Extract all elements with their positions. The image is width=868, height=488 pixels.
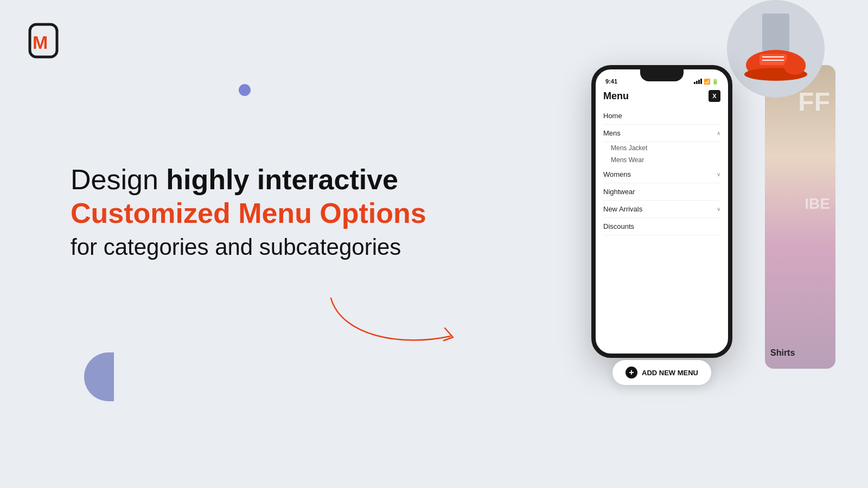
- menu-item-mens-wear-label: Mens Wear: [611, 156, 644, 164]
- svg-rect-2: [762, 14, 789, 52]
- add-new-menu-button[interactable]: + ADD NEW MENU: [612, 360, 711, 385]
- phone-notch: [640, 69, 684, 81]
- status-icons: 📶 🔋: [694, 79, 718, 85]
- sneaker-circle: [727, 0, 825, 98]
- menu-item-nightwear-label: Nightwear: [603, 188, 635, 196]
- status-time: 9:41: [605, 78, 617, 85]
- logo: M: [27, 22, 60, 54]
- hero-line1-normal: Design: [71, 164, 166, 195]
- menu-item-home[interactable]: Home: [603, 107, 720, 125]
- battery-icon: 🔋: [712, 79, 718, 85]
- menu-header: Menu X: [603, 90, 720, 102]
- decorative-half-circle: [84, 352, 114, 401]
- chevron-up-icon: ∧: [717, 130, 720, 136]
- menu-item-discounts[interactable]: Discounts: [603, 218, 720, 235]
- menu-item-mens-jacket[interactable]: Mens Jacket: [603, 142, 720, 154]
- menu-item-mens[interactable]: Mens ∧: [603, 125, 720, 142]
- menu-item-womens-label: Womens: [603, 170, 631, 178]
- menu-item-nightwear[interactable]: Nightwear: [603, 183, 720, 201]
- svg-text:M: M: [33, 32, 48, 53]
- add-new-menu-label: ADD NEW MENU: [642, 369, 698, 377]
- phone-frame: 9:41 📶 🔋 Menu X H: [591, 65, 732, 358]
- menu-close-button[interactable]: X: [709, 90, 720, 102]
- menu-item-womens[interactable]: Womens ∨: [603, 166, 720, 183]
- signal-icon: [694, 79, 702, 84]
- menu-item-new-arrivals[interactable]: New Arrivals ∨: [603, 201, 720, 218]
- menu-title: Menu: [603, 91, 629, 102]
- menu-item-mens-wear[interactable]: Mens Wear: [603, 154, 720, 166]
- hero-line3: for categories and subcategories: [71, 233, 426, 262]
- right-decorative-strip: FF IBE Shirts: [765, 65, 835, 369]
- svg-point-8: [784, 57, 806, 75]
- sneaker-image-area: [727, 0, 835, 98]
- decorative-circle-blue: [239, 84, 251, 96]
- arrow-curve-decoration: [315, 293, 467, 358]
- menu-item-home-label: Home: [603, 112, 622, 120]
- chevron-down-icon-arrivals: ∨: [717, 206, 720, 212]
- wifi-icon: 📶: [704, 79, 710, 85]
- menu-item-mens-jacket-label: Mens Jacket: [611, 144, 647, 152]
- hero-line2: Customized Menu Options: [71, 196, 426, 230]
- strip-shirts-label: Shirts: [770, 348, 795, 358]
- hero-line1: Design highly interactive: [71, 163, 426, 196]
- strip-text-ibe: IBE: [805, 195, 830, 213]
- add-icon: +: [626, 367, 637, 378]
- menu-item-mens-label: Mens: [603, 129, 621, 137]
- hero-line1-bold: highly interactive: [166, 164, 398, 195]
- chevron-down-icon-womens: ∨: [717, 171, 720, 177]
- menu-item-discounts-label: Discounts: [603, 222, 634, 230]
- phone-mockup: 9:41 📶 🔋 Menu X H: [591, 65, 732, 369]
- hero-section: Design highly interactive Customized Men…: [71, 163, 426, 262]
- menu-item-new-arrivals-label: New Arrivals: [603, 205, 642, 213]
- phone-menu-content: Menu X Home Mens ∧ Mens Jacket Mens Wear: [596, 90, 728, 235]
